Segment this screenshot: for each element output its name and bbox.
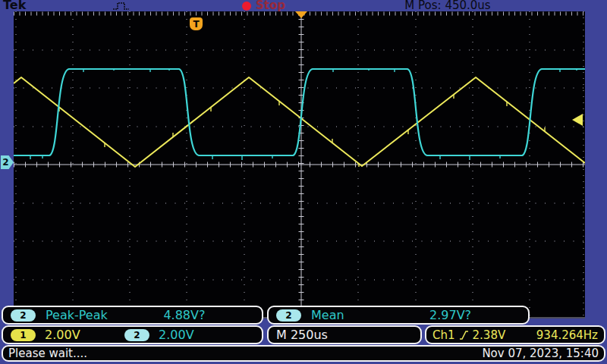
measurement-box-peak-peak: 2 Peak-Peak 4.88V? [2, 306, 263, 325]
ch1-volts-per-div: 2.00V [45, 328, 124, 342]
ch2-trace [14, 69, 585, 155]
m-position-arrow-icon [295, 11, 307, 18]
ch1-badge: 1 [11, 329, 36, 341]
horizontal-position-readout: M Pos: 450.0us [341, 0, 554, 12]
center-axes [14, 11, 585, 318]
ch2-badge: 2 [124, 329, 149, 341]
trigger-frequency-readout: 934.264Hz [536, 328, 598, 342]
measurement-value: 2.97V? [429, 308, 471, 322]
oscilloscope-screen: Tek Stop M Pos: 450.0us [0, 0, 607, 364]
ch2-volts-per-div: 2.00V [159, 328, 194, 342]
status-message: Please wait.... [8, 347, 87, 360]
trigger-level-arrow-icon [572, 114, 583, 126]
trigger-pulse-icon [112, 1, 135, 11]
trigger-position-flag-icon: T [190, 17, 203, 30]
trigger-level-readout: 2.38V [473, 328, 506, 342]
record-dot-icon [242, 2, 251, 11]
tek-logo: Tek [3, 0, 26, 12]
timebase-readout: M 250us [276, 328, 328, 342]
measurement-value: 4.88V? [163, 308, 205, 322]
rising-edge-icon [459, 330, 469, 340]
ch2-ground-marker: 2 [1, 155, 14, 169]
ch2-badge: 2 [11, 309, 36, 322]
channel-scale-box: 1 2.00V 2 2.00V [2, 325, 263, 344]
top-status-bar: Tek Stop M Pos: 450.0us [0, 0, 607, 11]
status-bar: Please wait.... Nov 07, 2023, 15:40 [2, 345, 605, 362]
datetime-readout: Nov 07, 2023, 15:40 [482, 347, 599, 360]
ch1-trace [14, 77, 585, 167]
waveform-display [14, 11, 585, 318]
graticule [14, 11, 585, 318]
measurement-box-mean: 2 Mean 2.97V? [267, 306, 530, 325]
timebase-box: M 250us [267, 325, 422, 344]
measurement-label: Peak-Peak [46, 308, 108, 322]
ch2-trace-noise [30, 68, 577, 160]
ch2-badge: 2 [276, 309, 301, 322]
trigger-source: Ch1 [432, 328, 455, 342]
trigger-box: Ch1 2.38V 934.264Hz [425, 325, 605, 344]
acquisition-status: Stop [256, 0, 285, 12]
measurement-label: Mean [311, 308, 344, 322]
